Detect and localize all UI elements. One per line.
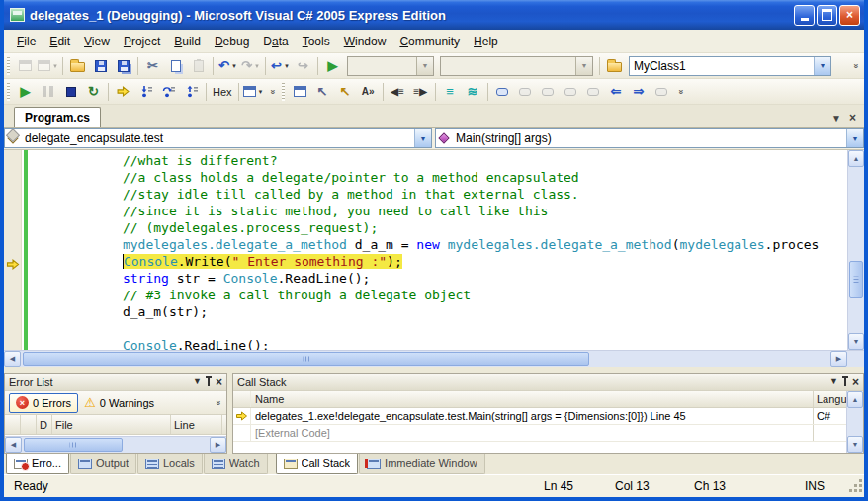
show-next-statement-icon[interactable] [112, 81, 134, 102]
column-header-line[interactable]: Line [171, 415, 222, 434]
menu-help[interactable]: Help [467, 32, 505, 51]
code-text-area[interactable]: //what is different? //a class holds a d… [22, 150, 847, 350]
scroll-up-icon[interactable]: ▲ [847, 391, 863, 408]
hex-toggle-button[interactable]: Hex [210, 81, 235, 102]
chevron-down-icon[interactable]: ▼ [416, 57, 433, 75]
display-parameter-info-icon[interactable]: ↖ [311, 81, 334, 102]
toolbar-overflow-icon[interactable]: » [268, 86, 278, 98]
cut-icon[interactable]: ✂ [141, 55, 164, 76]
chevron-down-icon[interactable]: ▼ [846, 129, 863, 147]
toolbar-overflow-icon[interactable]: » [214, 397, 223, 409]
solution-platforms-combo[interactable]: ▼ [440, 56, 593, 76]
indicator-margin[interactable] [4, 150, 22, 350]
errors-filter-button[interactable]: × 0 Errors [9, 393, 78, 413]
members-combo[interactable]: Main(string[] args) ▼ [435, 128, 864, 148]
menu-debug[interactable]: Debug [208, 32, 256, 51]
error-list-horizontal-scrollbar[interactable]: ◀ ▶ [5, 436, 226, 453]
auto-hide-pin-icon[interactable] [208, 378, 210, 386]
step-over-icon[interactable] [157, 81, 180, 102]
step-into-icon[interactable] [134, 81, 157, 102]
breakpoints-window-icon[interactable]: ▼ [242, 81, 265, 102]
close-panel-icon[interactable]: × [216, 376, 222, 388]
editor-vertical-scrollbar[interactable]: ▲ ▼ [847, 150, 864, 350]
stop-debugging-icon[interactable] [59, 81, 82, 102]
code-editor[interactable]: //what is different? //a class holds a d… [4, 149, 864, 367]
scroll-left-icon[interactable]: ◀ [5, 437, 22, 453]
decrease-indent-icon[interactable]: ◀≡ [387, 81, 409, 102]
undo-icon[interactable]: ↶▼ [217, 55, 239, 76]
find-in-files-icon[interactable] [603, 55, 626, 76]
menu-community[interactable]: Community [392, 32, 467, 51]
toolbar-overflow-icon[interactable]: » [676, 86, 686, 98]
column-header[interactable] [21, 415, 37, 434]
toolbar-grip[interactable] [282, 83, 285, 101]
scroll-down-icon[interactable]: ▼ [847, 436, 863, 453]
name-column-header[interactable]: Name [251, 393, 813, 405]
uncomment-icon[interactable]: ≋ [462, 81, 484, 102]
window-position-icon[interactable]: ▼ [193, 377, 202, 386]
step-out-icon[interactable] [180, 81, 203, 102]
menu-tools[interactable]: Tools [296, 32, 337, 51]
tab-program-cs[interactable]: Program.cs [14, 107, 101, 127]
scroll-down-icon[interactable]: ▼ [848, 333, 864, 350]
column-header[interactable] [5, 415, 21, 434]
tab-locals[interactable]: Locals [137, 454, 203, 474]
active-files-dropdown-icon[interactable]: ▼ [831, 113, 841, 124]
menu-build[interactable]: Build [167, 32, 208, 51]
call-stack-frame-row[interactable]: delegates_1.exe!delegate_encapsulate.tes… [233, 408, 846, 425]
editor-horizontal-scrollbar[interactable]: ◀ ▶ [4, 350, 864, 367]
scroll-right-icon[interactable]: ▶ [210, 437, 226, 453]
menu-view[interactable]: View [77, 32, 117, 51]
increase-indent-icon[interactable]: ≡▶ [409, 81, 432, 102]
error-list-title-bar[interactable]: Error List ▼ × [5, 374, 226, 391]
chevron-down-icon[interactable]: ▼ [414, 129, 431, 147]
toggle-bookmark-icon[interactable] [491, 81, 514, 102]
menu-edit[interactable]: Edit [43, 32, 77, 51]
horizontal-scroll-thumb[interactable] [23, 352, 589, 366]
save-icon[interactable] [89, 55, 112, 76]
display-word-completion-icon[interactable]: A» [357, 81, 380, 102]
call-stack-frame-row[interactable]: [External Code] [233, 425, 846, 442]
chevron-down-icon[interactable]: ▼ [575, 57, 592, 75]
tab-call-stack[interactable]: Call Stack [276, 454, 359, 474]
menu-project[interactable]: Project [117, 32, 167, 51]
vertical-scroll-thumb[interactable] [849, 261, 863, 298]
maximize-button[interactable] [817, 5, 837, 26]
close-panel-icon[interactable]: × [852, 376, 859, 388]
comment-out-icon[interactable]: ≡ [439, 81, 462, 102]
resize-grip[interactable] [849, 479, 862, 492]
chevron-down-icon[interactable]: ▼ [814, 57, 830, 75]
menu-data[interactable]: Data [256, 32, 295, 51]
close-document-icon[interactable]: × [849, 112, 856, 124]
tab-watch[interactable]: Watch [204, 454, 268, 474]
call-stack-title-bar[interactable]: Call Stack ▼ × [233, 374, 863, 391]
column-header-d[interactable]: D [37, 415, 52, 434]
tab-immediate-window[interactable]: Immediate Window [359, 454, 485, 474]
minimize-button[interactable] [794, 5, 815, 26]
tab-output[interactable]: Output [70, 454, 136, 474]
continue-icon[interactable]: ▶ [14, 81, 37, 102]
warnings-filter-button[interactable]: ⚠ 0 Warnings [78, 393, 160, 413]
previous-bookmark-in-document-icon[interactable]: ⇐ [605, 81, 628, 102]
title-bar[interactable]: delegates_1 (Debugging) - Microsoft Visu… [4, 0, 864, 30]
scroll-right-icon[interactable]: ▶ [830, 351, 847, 367]
scroll-up-icon[interactable]: ▲ [848, 150, 864, 167]
close-button[interactable]: × [839, 5, 860, 26]
menu-file[interactable]: File [10, 32, 43, 51]
find-combo[interactable]: MyClass1 ▼ [629, 56, 831, 76]
menu-window[interactable]: Window [337, 32, 393, 51]
toolbar-grip[interactable] [7, 83, 10, 101]
open-file-icon[interactable] [66, 55, 89, 76]
restart-icon[interactable]: ↻ [82, 81, 105, 102]
window-position-icon[interactable]: ▼ [829, 377, 838, 386]
next-bookmark-in-document-icon[interactable]: ⇒ [628, 81, 651, 102]
column-header-file[interactable]: File [52, 415, 171, 434]
save-all-icon[interactable] [112, 55, 134, 76]
tab-erro-[interactable]: Erro... [6, 454, 69, 474]
navigate-backward-icon[interactable]: ↩▼ [269, 55, 292, 76]
solution-configurations-combo[interactable]: ▼ [347, 56, 434, 76]
toolbar-grip[interactable] [7, 57, 10, 75]
auto-hide-pin-icon[interactable] [844, 378, 846, 386]
scroll-left-icon[interactable]: ◀ [4, 351, 21, 367]
copy-icon[interactable] [164, 55, 187, 76]
